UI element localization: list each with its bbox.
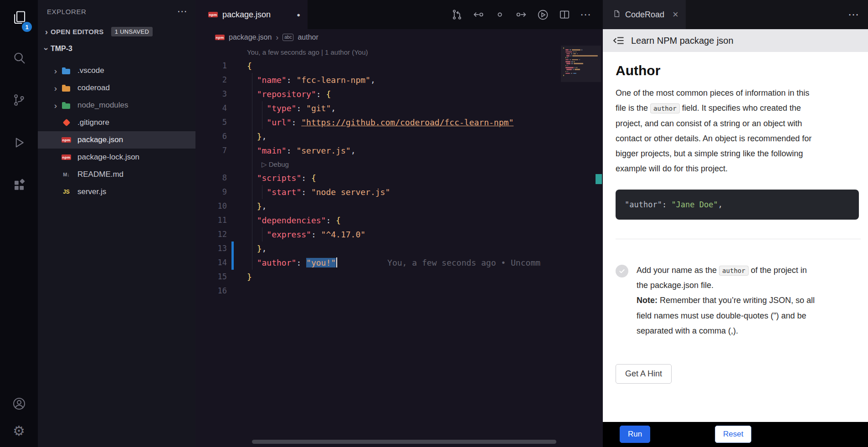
run-debug-activity-button[interactable] xyxy=(0,122,38,164)
minimap-content xyxy=(561,46,601,79)
workspace-root[interactable]: › TMP-3 xyxy=(38,40,195,57)
tab-label: package.json xyxy=(222,10,271,20)
folder-orange-icon xyxy=(62,84,71,92)
account-icon xyxy=(12,396,26,413)
tree-item-.gitignore[interactable]: .gitignore xyxy=(38,114,195,131)
indent-guide xyxy=(262,101,262,129)
tab-package-json[interactable]: package.json ● xyxy=(195,0,308,29)
tree-item-node_modules[interactable]: ›node_modules xyxy=(38,97,195,114)
line-number: 3 xyxy=(195,87,227,101)
panel-tab-bar: CodeRoad × ⋯ xyxy=(603,0,868,29)
lesson-paragraph: One of the most common pieces of informa… xyxy=(616,86,818,177)
editor-actions: ⋯ xyxy=(451,9,591,21)
gear-icon: ⚙ xyxy=(13,424,25,438)
search-icon xyxy=(12,51,26,67)
get-hint-button[interactable]: Get A Hint xyxy=(616,364,672,384)
task-item: Add your name as the author of the proje… xyxy=(616,263,868,339)
extensions-activity-button[interactable] xyxy=(0,164,38,207)
root-label: TMP-3 xyxy=(51,45,72,53)
sidebar-title: EXPLORER xyxy=(47,8,87,15)
close-icon[interactable]: × xyxy=(673,10,678,20)
code-line[interactable]: "scripts": { xyxy=(247,171,316,185)
js-icon xyxy=(62,188,71,195)
code-line[interactable]: }, xyxy=(247,129,267,144)
editor-tab-bar: package.json ● xyxy=(195,0,603,29)
breadcrumb-symbol[interactable]: author xyxy=(298,33,318,41)
codelens[interactable]: ▷ Debug xyxy=(247,158,289,171)
npm-icon xyxy=(62,154,71,160)
dirty-indicator-icon[interactable]: ● xyxy=(297,11,300,18)
open-editors-label: OPEN EDITORS xyxy=(51,28,104,36)
source-control-activity-button[interactable] xyxy=(0,80,38,122)
line-number: 4 xyxy=(195,101,227,115)
unsaved-badge: 1 UNSAVED xyxy=(111,27,153,36)
navigate-forward-icon[interactable] xyxy=(515,9,527,21)
line-number: 11 xyxy=(195,213,227,227)
code-line[interactable]: } xyxy=(247,270,252,284)
line-number: 10 xyxy=(195,199,227,213)
code-line[interactable]: "start": "node server.js" xyxy=(247,185,390,199)
tree-item-server.js[interactable]: server.js xyxy=(38,183,195,200)
code-line[interactable]: "type": "git", xyxy=(247,101,336,115)
tree-item-.vscode[interactable]: ›.vscode xyxy=(38,62,195,79)
overview-ruler-mark xyxy=(596,174,602,184)
minimap[interactable] xyxy=(561,46,601,447)
code-line[interactable]: }, xyxy=(247,241,267,256)
chevron-right-icon: › xyxy=(51,84,60,92)
code-line[interactable]: "url": "https://github.com/coderoad/fcc-… xyxy=(247,115,514,129)
search-activity-button[interactable] xyxy=(0,37,38,80)
code-line[interactable]: "dependencies": { xyxy=(247,213,341,227)
panel-footer: Run Reset xyxy=(603,422,868,447)
git-compare-icon[interactable] xyxy=(451,9,463,21)
horizontal-scrollbar[interactable] xyxy=(252,440,556,444)
explorer-badge: 1 xyxy=(22,22,32,32)
tab-coderoad[interactable]: CodeRoad × xyxy=(603,0,686,29)
task-note: Note: Remember that you’re writing JSON,… xyxy=(637,293,819,339)
line-number xyxy=(195,158,227,171)
chevron-down-icon: › xyxy=(42,45,51,53)
run-file-icon[interactable] xyxy=(537,9,549,21)
codelens[interactable]: You, a few seconds ago | 1 author (You) xyxy=(247,46,368,59)
code-lines: You, a few seconds ago | 1 author (You)1… xyxy=(195,46,603,298)
indent-guide xyxy=(252,73,252,270)
tree-item-coderoad[interactable]: ›coderoad xyxy=(38,79,195,97)
folder-green-icon xyxy=(62,102,71,109)
code-line[interactable]: }, xyxy=(247,199,267,213)
tree-item-package.json[interactable]: package.json xyxy=(38,131,195,149)
menu-back-icon[interactable] xyxy=(613,35,625,46)
breadcrumb-file[interactable]: package.json xyxy=(229,33,272,41)
account-button[interactable] xyxy=(0,391,38,418)
navigate-back-icon[interactable] xyxy=(473,9,484,21)
file-tree: ›.vscode›coderoad›node_modules.gitignore… xyxy=(38,57,195,200)
code-line[interactable]: { xyxy=(247,59,252,73)
code-line[interactable]: "express": "^4.17.0" xyxy=(247,227,365,241)
chevron-right-icon: › xyxy=(51,101,60,110)
code-editor[interactable]: You, a few seconds ago | 1 author (You)1… xyxy=(195,46,603,447)
file-label: node_modules xyxy=(77,101,128,110)
file-label: README.md xyxy=(77,170,123,179)
open-editors-section[interactable]: › OPEN EDITORS 1 UNSAVED xyxy=(38,23,195,40)
file-label: coderoad xyxy=(77,83,110,92)
code-line[interactable]: "name": "fcc-learn-npm", xyxy=(247,73,375,87)
code-line[interactable]: "repository": { xyxy=(247,87,331,101)
code-line[interactable]: "author": "you!"You, a few seconds ago •… xyxy=(247,256,540,270)
tutorial-header: Learn NPM package json xyxy=(603,29,868,52)
circle-icon[interactable] xyxy=(494,9,506,21)
code-line[interactable]: "main": "server.js", xyxy=(247,144,355,158)
reset-button[interactable]: Reset xyxy=(715,426,751,443)
settings-gear-button[interactable]: ⚙ xyxy=(0,418,38,444)
line-number: 6 xyxy=(195,129,227,144)
md-icon xyxy=(62,171,71,178)
tree-item-package-lock.json[interactable]: package-lock.json xyxy=(38,149,195,166)
run-button[interactable]: Run xyxy=(620,426,650,443)
vscode-window: 1 xyxy=(0,0,868,447)
chevron-right-icon: › xyxy=(42,27,51,36)
split-editor-icon[interactable] xyxy=(559,9,570,21)
line-number: 8 xyxy=(195,171,227,185)
editor-group: package.json ● xyxy=(195,0,603,447)
tree-item-README.md[interactable]: README.md xyxy=(38,166,195,183)
git-branch-icon xyxy=(12,93,26,109)
line-number: 13 xyxy=(195,241,227,256)
explorer-activity-button[interactable]: 1 xyxy=(0,0,38,37)
divider xyxy=(616,239,861,239)
